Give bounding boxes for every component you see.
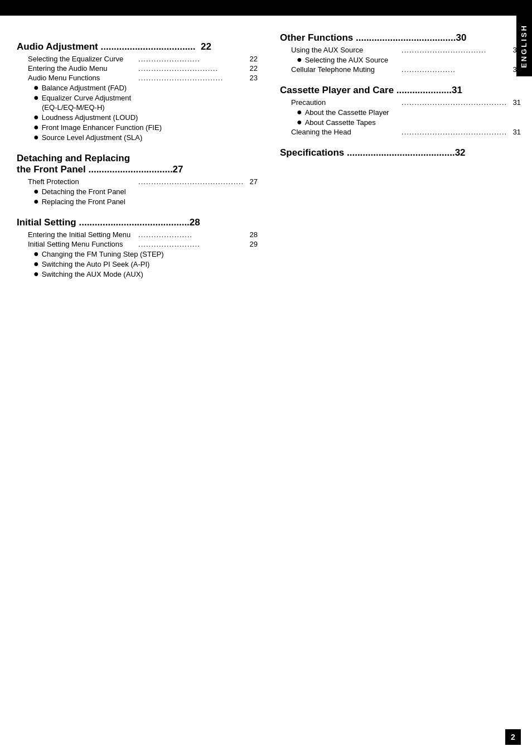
bullet-selecting-aux-text: Selecting the AUX Source (305, 56, 389, 64)
bullet-fie-text: Front Image Enhancer Function (FIE) (42, 123, 162, 132)
audio-menu-functions-page: 23 (244, 74, 258, 82)
toc-row-eq-curve: Selecting the Equalizer Curve ..........… (17, 55, 258, 63)
specifications-title-row: Specifications .........................… (280, 147, 521, 158)
cassette-dots: ..................... (394, 85, 452, 96)
cassette-page: 31 (452, 85, 462, 96)
specifications-dots: ........................................… (344, 147, 454, 158)
bullet-icon-balance: ● (33, 83, 39, 92)
other-functions-title-row: Other Functions ........................… (280, 32, 521, 44)
toc-row-audio-menu: Entering the Audio Menu ................… (17, 64, 258, 73)
specifications-section: Specifications .........................… (280, 147, 521, 158)
initial-functions-label: Initial Setting Menu Functions (28, 240, 136, 248)
audio-adjustment-header: Audio Adjustment .......................… (17, 41, 258, 52)
audio-menu-page: 22 (244, 64, 258, 73)
bullet-icon-auto-pi: ● (33, 259, 39, 268)
bullet-auto-pi-text: Switching the Auto PI Seek (A-PI) (42, 260, 150, 268)
bullet-sla-text: Source Level Adjustment (SLA) (42, 133, 143, 142)
cellular-dots: ..................... (399, 65, 507, 74)
theft-page: 27 (244, 177, 258, 186)
other-functions-title: Other Functions (280, 32, 353, 44)
bullet-balance: ● Balance Adjustment (FAD) (17, 83, 258, 92)
bullet-about-tapes: ● About Cassette Tapes (280, 118, 521, 127)
theft-dots: ........................................… (136, 177, 244, 186)
audio-menu-label: Entering the Audio Menu (28, 64, 136, 73)
precaution-page: 31 (507, 98, 521, 107)
bullet-loudness: ● Loudness Adjustment (LOUD) (17, 113, 258, 122)
bullet-detach: ● Detaching the Front Panel (17, 187, 258, 196)
bullet-icon-detach: ● (33, 187, 39, 196)
bullet-sla: ● Source Level Adjustment (SLA) (17, 133, 258, 142)
detaching-section: Detaching and Replacing the Front Panel … (17, 153, 258, 175)
toc-row-enter-initial: Entering the Initial Setting Menu ......… (17, 230, 258, 239)
english-tab: ENGLISH (516, 16, 532, 76)
precaution-label: Precaution (291, 98, 399, 107)
detaching-title-line1: Detaching and Replacing (17, 153, 258, 164)
audio-menu-dots: ............................... (136, 64, 244, 73)
bullet-about-player: ● About the Cassette Player (280, 108, 521, 117)
bullet-icon-aux-mode: ● (33, 269, 39, 278)
bullet-detach-text: Detaching the Front Panel (42, 187, 126, 196)
other-functions-page: 30 (456, 32, 466, 44)
cleaning-page: 31 (507, 128, 521, 136)
initial-setting-section: Initial Setting ........................… (17, 217, 258, 228)
bullet-selecting-aux: ● Selecting the AUX Source (280, 55, 521, 64)
right-column: Other Functions ........................… (274, 32, 521, 280)
toc-row-initial-functions: Initial Setting Menu Functions .........… (17, 240, 258, 248)
enter-initial-dots: ..................... (136, 230, 244, 239)
cassette-section: Cassette Player and Care ...............… (280, 85, 521, 96)
precaution-dots: ........................................… (399, 98, 507, 107)
initial-setting-title: Initial Setting (17, 217, 76, 228)
cassette-title-row: Cassette Player and Care ...............… (280, 85, 521, 96)
bullet-eq-text: Equalizer Curve Adjustment (42, 94, 131, 102)
left-column: Audio Adjustment .......................… (17, 32, 274, 280)
bullet-fm-step-text: Changing the FM Tuning Step (STEP) (42, 250, 164, 258)
bullet-fie: ● Front Image Enhancer Function (FIE) (17, 123, 258, 132)
bullet-auto-pi: ● Switching the Auto PI Seek (A-PI) (17, 259, 258, 268)
page-number-box: 2 (505, 729, 521, 745)
toc-row-cleaning: Cleaning the Head ......................… (280, 128, 521, 136)
bullet-icon-about-player: ● (297, 108, 302, 117)
cleaning-label: Cleaning the Head (291, 128, 399, 136)
toc-row-cellular: Cellular Telephone Muting ..............… (280, 65, 521, 74)
bullet-balance-text: Balance Adjustment (FAD) (42, 84, 127, 92)
detaching-dots: ................................ (86, 164, 173, 175)
initial-setting-dots: ........................................… (76, 217, 190, 228)
eq-subtext: (EQ-L/EQ-M/EQ-H) (17, 103, 258, 112)
page-number: 2 (511, 733, 515, 741)
eq-curve-label: Selecting the Equalizer Curve (28, 55, 136, 63)
bullet-icon-selecting-aux: ● (297, 55, 302, 64)
detaching-page: 27 (173, 164, 183, 175)
bullet-loudness-text: Loudness Adjustment (LOUD) (42, 113, 138, 122)
eq-curve-dots: ........................ (136, 55, 244, 63)
specifications-title: Specifications (280, 147, 344, 158)
bullet-icon-eq: ● (33, 93, 39, 102)
bullet-about-player-text: About the Cassette Player (305, 108, 389, 117)
bullet-about-tapes-text: About Cassette Tapes (305, 118, 376, 127)
bullet-replace-text: Replacing the Front Panel (42, 198, 125, 206)
bullet-icon-replace: ● (33, 197, 39, 206)
bullet-fm-step: ● Changing the FM Tuning Step (STEP) (17, 249, 258, 258)
toc-row-theft: Theft Protection .......................… (17, 177, 258, 186)
toc-row-precaution: Precaution .............................… (280, 98, 521, 107)
cassette-title: Cassette Player and Care (280, 85, 394, 96)
other-functions-section: Other Functions ........................… (280, 32, 521, 44)
bullet-aux-mode-text: Switching the AUX Mode (AUX) (42, 270, 143, 278)
cellular-label: Cellular Telephone Muting (291, 65, 399, 74)
detaching-title-line2: the Front Panel (17, 164, 86, 175)
other-functions-dots: ...................................... (353, 32, 456, 44)
bullet-icon-sla: ● (33, 133, 39, 142)
audio-menu-functions-label: Audio Menu Functions (28, 74, 136, 82)
toc-row-audio-menu-functions: Audio Menu Functions ...................… (17, 74, 258, 82)
top-bar (0, 0, 532, 16)
aux-source-dots: ................................. (399, 46, 507, 54)
bullet-icon-fm-step: ● (33, 249, 39, 258)
audio-adjustment-title: Audio Adjustment (17, 41, 98, 52)
bullet-aux-mode: ● Switching the AUX Mode (AUX) (17, 269, 258, 278)
enter-initial-label: Entering the Initial Setting Menu (28, 230, 136, 239)
audio-menu-functions-dots: ................................. (136, 74, 244, 82)
bullet-replace: ● Replacing the Front Panel (17, 197, 258, 206)
bullet-eq-curve: ● Equalizer Curve Adjustment (17, 93, 258, 102)
bullet-icon-about-tapes: ● (297, 118, 302, 127)
audio-adjustment-dots: .................................... (100, 41, 198, 52)
initial-functions-dots: ........................ (136, 240, 244, 248)
